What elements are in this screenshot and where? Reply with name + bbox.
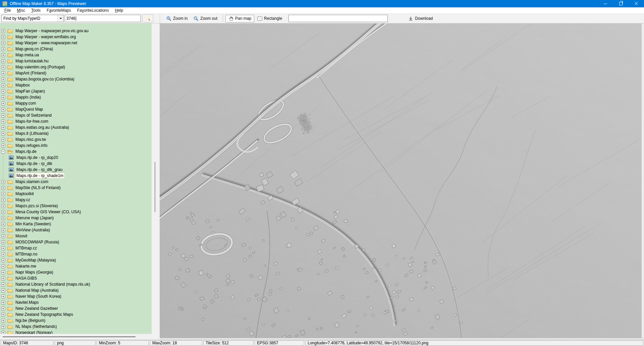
expand-icon[interactable] — [1, 204, 5, 208]
expand-icon[interactable] — [1, 114, 5, 117]
tree-item-layer[interactable]: Maps.rlp.de - rp_dop20 — [0, 155, 152, 161]
tree-item-source[interactable]: MapQuest Map — [0, 106, 152, 112]
tree-item-source[interactable]: Nakarte.me — [0, 263, 152, 269]
close-button[interactable] — [629, 0, 644, 7]
tree-item-source[interactable]: Maps.lt (Lithuania) — [0, 130, 152, 136]
tree-item-layer[interactable]: Maps.rlp.de - rp_shade1m — [0, 173, 152, 179]
zoom-in-button[interactable]: Zoom in — [163, 15, 191, 22]
horizontal-scrollbar-thumb[interactable] — [3, 336, 136, 337]
tree-item-source[interactable]: Map.valentim.org (Portugal) — [0, 64, 152, 70]
expand-icon[interactable] — [1, 331, 5, 334]
tree-item-source[interactable]: MyGeoMap (Malaysia) — [0, 257, 152, 263]
find-mode-select[interactable]: Find by MapsTypeID — [1, 15, 64, 22]
tree-item-source[interactable]: National Map (Australia) — [0, 287, 152, 293]
tree-item-source[interactable]: Mapzs.pzs.si (Slovenia) — [0, 203, 152, 209]
expand-icon[interactable] — [1, 277, 5, 280]
tree-item-source[interactable]: Ngi.be (Belgium) — [0, 318, 152, 324]
coords-input[interactable] — [288, 15, 388, 22]
expand-icon[interactable] — [1, 83, 5, 87]
tree-item-source[interactable]: New Zealand Topographic Maps — [0, 311, 152, 318]
expand-icon[interactable] — [1, 35, 5, 39]
download-button[interactable]: Download — [405, 15, 436, 22]
expand-icon[interactable] — [1, 59, 5, 63]
zoom-out-button[interactable]: Zoom out — [191, 15, 220, 22]
expand-icon[interactable] — [1, 301, 5, 304]
expand-icon[interactable] — [1, 65, 5, 69]
tree-item-source[interactable]: MapFan (Japan) — [0, 88, 152, 94]
expand-icon[interactable] — [1, 289, 5, 292]
expand-icon[interactable] — [1, 295, 5, 298]
tree-item-source[interactable]: Map.geoq.cn (China) — [0, 46, 152, 52]
expand-icon[interactable] — [1, 138, 5, 141]
tree-item-source[interactable]: Maps of Switzerland — [0, 112, 152, 118]
expand-icon[interactable] — [1, 325, 5, 329]
tree-item-source[interactable]: MTBmap.no — [0, 251, 152, 257]
expand-icon[interactable] — [1, 265, 5, 268]
expand-icon[interactable] — [1, 29, 5, 33]
tree-item-source[interactable]: Mesa County GIS Viewer (CO, USA) — [0, 209, 152, 215]
expand-icon[interactable] — [1, 234, 5, 238]
vertical-scrollbar-thumb[interactable] — [155, 162, 155, 212]
tree-item-layer[interactable]: Maps.rlp.de - rp_dtk_grau — [0, 167, 152, 173]
tree-item-source[interactable]: Napr Maps (Georgia) — [0, 269, 152, 275]
collapse-icon[interactable] — [1, 150, 5, 154]
expand-icon[interactable] — [1, 240, 5, 244]
expand-icon[interactable] — [1, 77, 5, 81]
expand-icon[interactable] — [1, 246, 5, 250]
expand-icon[interactable] — [1, 216, 5, 220]
tree-item-source[interactable]: Maps.stamen.com — [0, 179, 152, 185]
expand-icon[interactable] — [1, 180, 5, 184]
tree-item-source[interactable]: Maps.refuges.info — [0, 142, 152, 149]
tree-item-source[interactable]: Naver Map (South Korea) — [0, 293, 152, 299]
expand-icon[interactable] — [1, 132, 5, 135]
expand-icon[interactable] — [1, 144, 5, 148]
tree-item-source[interactable]: Maps.rlp.de — [0, 149, 152, 155]
tree-item-source[interactable]: Mapbox — [0, 82, 152, 88]
tree-item-source[interactable]: Mapy.cz — [0, 197, 152, 203]
tree-item-source[interactable]: Navitel.Maps — [0, 299, 152, 305]
expand-icon[interactable] — [1, 71, 5, 75]
expand-icon[interactable] — [1, 186, 5, 190]
tree-item-source[interactable]: Mierune map (Japan) — [0, 215, 152, 221]
expand-icon[interactable] — [1, 228, 5, 232]
menu-help[interactable]: Help — [112, 8, 126, 13]
tree-item-source[interactable]: Map.turistautak.hu — [0, 58, 152, 64]
tree-item-source[interactable]: MinView (Australia) — [0, 227, 152, 233]
expand-icon[interactable] — [1, 307, 5, 310]
mapsid-input[interactable]: 3746 — [65, 15, 141, 22]
tree-item-source[interactable]: MOSCOWMAP (Russia) — [0, 239, 152, 245]
tree-item-source[interactable]: NL Maps (Netherlands) — [0, 324, 152, 330]
tree-item-source[interactable]: Maps-for-free.com — [0, 118, 152, 124]
expand-icon[interactable] — [1, 126, 5, 129]
minimize-button[interactable] — [598, 0, 613, 7]
tree-item-source[interactable]: Map.meta.ua — [0, 52, 152, 58]
tree-item-source[interactable]: Min Karta (Sweden) — [0, 221, 152, 227]
tree-horizontal-scrollbar[interactable] — [0, 334, 160, 340]
tree-item-source[interactable]: MapSite (NLS of Finland) — [0, 185, 152, 191]
chevron-down-icon[interactable] — [57, 15, 63, 22]
tree-item-source[interactable]: Maps.eatlas.org.au (Australia) — [0, 124, 152, 130]
tree-item-source[interactable]: MTBmap.cz — [0, 245, 152, 251]
expand-icon[interactable] — [1, 108, 5, 111]
tree-item-source[interactable]: Mappls (India) — [0, 94, 152, 100]
tree-item-source[interactable]: MapAnt (Finland) — [0, 70, 152, 76]
tree-vertical-scrollbar[interactable] — [152, 23, 160, 334]
expand-icon[interactable] — [1, 120, 5, 123]
menu-file[interactable]: File — [1, 8, 14, 13]
expand-icon[interactable] — [1, 210, 5, 214]
expand-icon[interactable] — [1, 198, 5, 202]
expand-icon[interactable] — [1, 313, 5, 316]
tree-item-source[interactable]: Maps.nlsc.gov.tw — [0, 136, 152, 142]
expand-icon[interactable] — [1, 252, 5, 256]
expand-icon[interactable] — [1, 102, 5, 105]
map-viewport[interactable] — [160, 23, 642, 338]
expand-icon[interactable] — [1, 53, 5, 57]
menu-tools[interactable]: Tools — [28, 8, 44, 13]
expand-icon[interactable] — [1, 258, 5, 262]
expand-icon[interactable] — [1, 90, 5, 93]
pan-map-button[interactable]: Pan map — [225, 15, 254, 22]
expand-icon[interactable] — [1, 41, 5, 45]
expand-icon[interactable] — [1, 192, 5, 196]
expand-icon[interactable] — [1, 283, 5, 286]
expand-icon[interactable] — [1, 222, 5, 226]
